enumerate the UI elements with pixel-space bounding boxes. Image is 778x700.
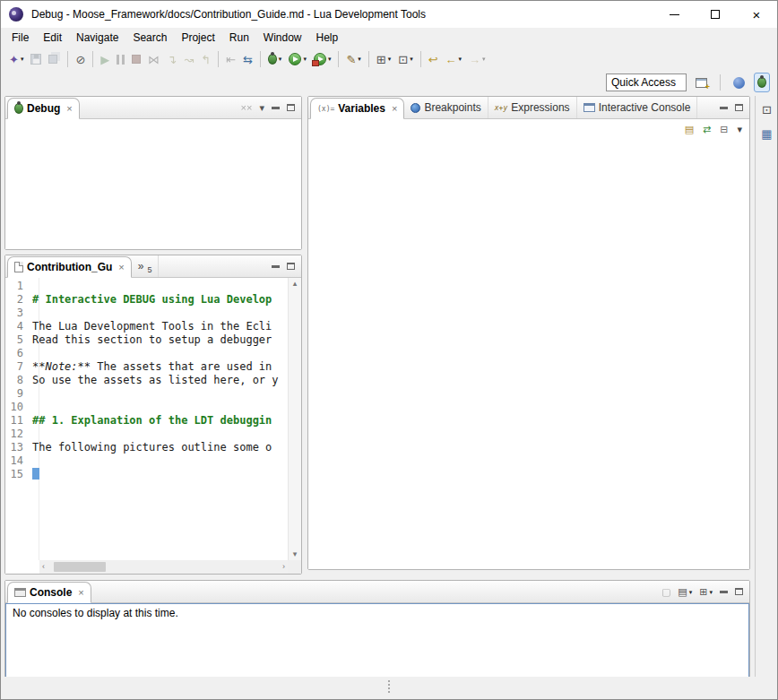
scroll-up-icon[interactable]: ▴: [293, 280, 298, 288]
use-step-filters-button[interactable]: ⇆: [239, 49, 256, 69]
forward-button[interactable]: →▾: [465, 49, 489, 69]
debug-view-body[interactable]: [5, 119, 301, 249]
new-wizard-button[interactable]: ⊞▾: [373, 49, 394, 69]
tab-debug[interactable]: Debug ×: [7, 98, 80, 119]
clear-console-button[interactable]: ▢: [661, 587, 670, 597]
dropdown-arrow-icon[interactable]: ▾: [709, 589, 713, 595]
menu-search[interactable]: Search: [125, 29, 174, 47]
line-code[interactable]: Read this section to setup a debugger: [32, 333, 288, 347]
line-code[interactable]: So use the assets as listed here, or y: [32, 374, 288, 387]
line-code[interactable]: ## 1. Explanation of the LDT debuggin: [32, 414, 288, 428]
dropdown-arrow-icon[interactable]: ▾: [689, 589, 693, 595]
disconnect-button[interactable]: ⋈: [144, 49, 163, 69]
minimize-button[interactable]: [653, 1, 695, 28]
tab-console[interactable]: Console ×: [7, 582, 91, 603]
minimize-view-button[interactable]: [720, 591, 728, 593]
scrollbar-thumb[interactable]: [54, 562, 106, 572]
dropdown-arrow-icon[interactable]: ▾: [21, 56, 24, 63]
restore-view-button[interactable]: ⊡: [762, 103, 772, 117]
menu-run[interactable]: Run: [222, 29, 256, 47]
editor-vertical-scrollbar[interactable]: ▴ ▾: [288, 278, 301, 560]
line-code[interactable]: [32, 428, 288, 441]
menu-help[interactable]: Help: [309, 29, 346, 47]
step-return-button[interactable]: ↰: [197, 49, 214, 69]
external-tools-button[interactable]: ▾: [310, 49, 335, 69]
maximize-view-button[interactable]: [735, 588, 743, 595]
step-into-button[interactable]: ↴: [163, 49, 180, 69]
dropdown-arrow-icon[interactable]: ▾: [459, 56, 462, 63]
remove-all-terminated-button[interactable]: ××: [241, 103, 253, 113]
line-code[interactable]: [32, 468, 288, 481]
close-icon[interactable]: ×: [392, 103, 397, 114]
dropdown-arrow-icon[interactable]: ▾: [482, 56, 486, 63]
show-logical-structures-icon[interactable]: ▤: [685, 125, 694, 134]
open-wizard-button[interactable]: ⊡▾: [394, 49, 416, 69]
collapse-all-icon[interactable]: ⊟: [720, 125, 728, 134]
menu-project[interactable]: Project: [174, 29, 221, 47]
line-code[interactable]: [32, 307, 288, 320]
tab-interactive-console[interactable]: Interactive Console: [577, 97, 698, 118]
tab-breakpoints[interactable]: Breakpoints: [404, 97, 488, 118]
dropdown-arrow-icon[interactable]: ▾: [328, 56, 332, 63]
dropdown-arrow-icon[interactable]: ▾: [303, 56, 307, 63]
line-code[interactable]: The following pictures outline some o: [32, 441, 288, 454]
terminate-button[interactable]: [128, 49, 144, 69]
variables-view-body[interactable]: [308, 139, 749, 569]
dropdown-arrow-icon[interactable]: ▾: [279, 56, 282, 63]
tab-contribution-guide[interactable]: Contribution_Gu ×: [7, 256, 132, 278]
tab-variables[interactable]: (x)=Variables×: [310, 98, 404, 119]
back-button[interactable]: ←▾: [442, 49, 466, 69]
close-icon[interactable]: ×: [78, 587, 83, 598]
tab-expressions[interactable]: x+yExpressions: [488, 97, 577, 118]
dropdown-arrow-icon[interactable]: ▾: [358, 56, 361, 63]
minimize-view-button[interactable]: [272, 265, 280, 268]
suspend-button[interactable]: [113, 49, 128, 69]
minimize-view-button[interactable]: [272, 107, 280, 109]
quick-access-box[interactable]: Quick Access: [606, 73, 687, 91]
editor-lines[interactable]: 12# Interactive DEBUG using Lua Develop3…: [5, 280, 288, 481]
editor-body[interactable]: 12# Interactive DEBUG using Lua Develop3…: [5, 278, 301, 574]
close-button[interactable]: ×: [736, 1, 777, 28]
view-menu-icon[interactable]: ▾: [259, 103, 264, 113]
last-edit-location-button[interactable]: ↩: [425, 49, 442, 69]
search-button[interactable]: ✎▾: [342, 49, 364, 69]
scroll-right-icon[interactable]: ›: [282, 563, 285, 571]
debug-button[interactable]: ▾: [264, 49, 286, 69]
lua-perspective-button[interactable]: [730, 73, 748, 92]
close-icon[interactable]: ×: [118, 262, 124, 272]
scroll-down-icon[interactable]: ▾: [293, 550, 298, 558]
save-all-button[interactable]: [45, 49, 64, 69]
view-menu-icon[interactable]: ▾: [737, 125, 742, 134]
line-code[interactable]: # Interactive DEBUG using Lua Develop: [32, 293, 288, 307]
skip-all-breakpoints-button[interactable]: ⊘: [72, 49, 89, 69]
menu-edit[interactable]: Edit: [36, 29, 69, 47]
dropdown-arrow-icon[interactable]: ▾: [388, 56, 392, 63]
editor-horizontal-scrollbar[interactable]: ‹ ›: [39, 560, 288, 574]
line-code[interactable]: The Lua Development Tools in the Ecli: [32, 320, 288, 333]
step-over-button[interactable]: ↝: [180, 49, 197, 69]
open-console-button[interactable]: ⊞ ▾: [699, 587, 713, 597]
resume-button[interactable]: ▶: [97, 49, 113, 69]
maximize-view-button[interactable]: [287, 263, 295, 270]
drop-to-frame-button[interactable]: ⇤: [222, 49, 239, 69]
line-code[interactable]: [32, 347, 288, 360]
maximize-view-button[interactable]: [735, 104, 743, 111]
save-button[interactable]: [27, 49, 45, 69]
menu-window[interactable]: Window: [256, 29, 309, 47]
menu-navigate[interactable]: Navigate: [69, 29, 125, 47]
dropdown-arrow-icon[interactable]: ▾: [410, 56, 413, 63]
line-code[interactable]: [32, 401, 288, 414]
menu-file[interactable]: File: [4, 29, 36, 47]
minimized-view-button[interactable]: ▦: [761, 127, 772, 141]
open-perspective-button[interactable]: [692, 73, 711, 92]
new-button[interactable]: ✦▾: [5, 49, 27, 69]
editor-overflow-tab[interactable]: »5: [132, 255, 160, 277]
display-selected-console-button[interactable]: ▤ ▾: [678, 587, 692, 597]
minimize-view-button[interactable]: [720, 107, 728, 109]
line-code[interactable]: [32, 280, 288, 293]
close-icon[interactable]: ×: [66, 103, 72, 114]
run-button[interactable]: ▾: [285, 49, 310, 69]
debug-perspective-button[interactable]: [754, 73, 770, 92]
drag-handle[interactable]: [388, 680, 390, 682]
line-code[interactable]: [32, 387, 288, 401]
